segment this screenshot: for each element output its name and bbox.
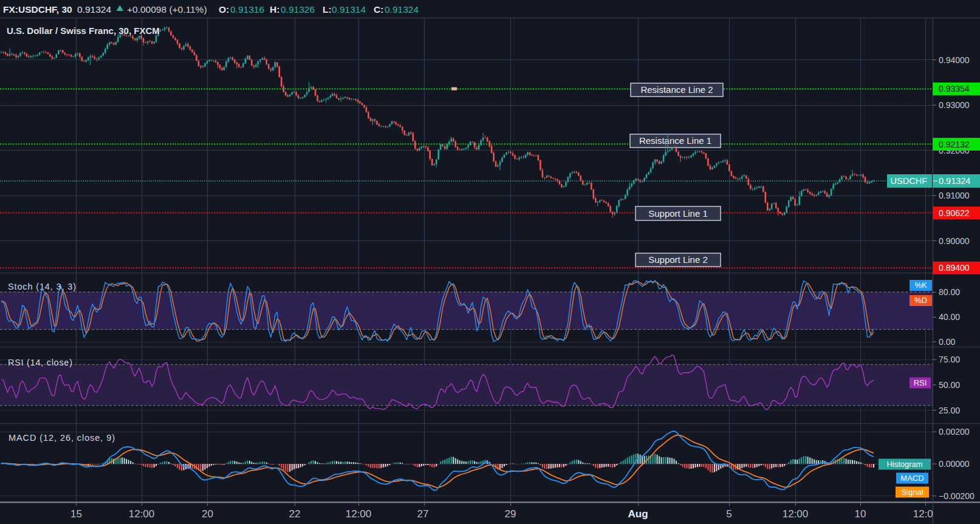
- svg-text:0.90622: 0.90622: [939, 208, 970, 218]
- svg-text:0.91314: 0.91314: [332, 4, 366, 15]
- svg-text:0.92132: 0.92132: [939, 140, 970, 149]
- svg-text:%D: %D: [914, 296, 927, 305]
- svg-text:0.94000: 0.94000: [939, 55, 970, 65]
- svg-text:0.91316: 0.91316: [230, 4, 264, 15]
- svg-text:0.93354: 0.93354: [939, 84, 970, 94]
- svg-text:Support Line 2: Support Line 2: [648, 254, 708, 265]
- svg-text:Resistance Line 1: Resistance Line 1: [639, 135, 711, 146]
- svg-text:80.00: 80.00: [939, 287, 960, 297]
- svg-text:Resistance Line 2: Resistance Line 2: [640, 84, 713, 95]
- svg-text:0.89400: 0.89400: [939, 263, 970, 273]
- svg-text:29: 29: [505, 508, 516, 520]
- svg-text:RSI: RSI: [914, 378, 927, 387]
- svg-text:H:: H:: [270, 4, 279, 15]
- svg-text:C:: C:: [374, 4, 383, 15]
- svg-text:20: 20: [202, 508, 213, 520]
- svg-text:40.00: 40.00: [939, 312, 960, 322]
- svg-text:12:00: 12:00: [346, 508, 372, 520]
- svg-text:0.91000: 0.91000: [939, 191, 970, 200]
- svg-text:0.91324: 0.91324: [77, 4, 111, 15]
- svg-text:−0.00200: −0.00200: [939, 491, 975, 501]
- svg-text:Stoch (14, 3, 3): Stoch (14, 3, 3): [8, 282, 76, 291]
- svg-text:27: 27: [417, 508, 429, 520]
- svg-text:0.00000: 0.00000: [939, 459, 970, 469]
- svg-text:75.00: 75.00: [939, 355, 960, 364]
- svg-text:0.90000: 0.90000: [939, 236, 970, 246]
- svg-text:USDCHF: USDCHF: [891, 176, 928, 186]
- svg-text:Aug: Aug: [628, 508, 648, 520]
- svg-text:%K: %K: [914, 281, 927, 290]
- svg-text:MACD: MACD: [900, 474, 923, 483]
- svg-text:25.00: 25.00: [939, 406, 960, 415]
- svg-text:5: 5: [726, 508, 732, 520]
- svg-text:U.S. Dollar / Swiss Franc, 30,: U.S. Dollar / Swiss Franc, 30, FXCM: [7, 26, 160, 36]
- svg-text:Support Line 1: Support Line 1: [648, 208, 708, 219]
- svg-text:0.91326: 0.91326: [281, 4, 315, 15]
- svg-text:Signal: Signal: [901, 488, 923, 497]
- svg-text:FX:USDCHF, 30: FX:USDCHF, 30: [3, 4, 72, 15]
- svg-text:L:: L:: [323, 4, 332, 15]
- svg-text:0.91324: 0.91324: [385, 4, 419, 15]
- svg-text:+0.00098 (+0.11%): +0.00098 (+0.11%): [127, 4, 207, 15]
- svg-text:50.00: 50.00: [939, 380, 960, 390]
- svg-text:12:00: 12:00: [129, 508, 155, 520]
- svg-text:0.00: 0.00: [939, 337, 955, 347]
- svg-text:O:: O:: [219, 4, 229, 15]
- svg-text:Histogram: Histogram: [886, 460, 922, 469]
- svg-text:0.00200: 0.00200: [939, 427, 970, 437]
- svg-text:22: 22: [289, 508, 301, 520]
- svg-text:10: 10: [855, 508, 866, 520]
- svg-text:RSI (14, close): RSI (14, close): [8, 358, 72, 367]
- svg-text:0.91324: 0.91324: [939, 176, 970, 186]
- svg-text:0.93000: 0.93000: [939, 100, 970, 110]
- svg-text:MACD (12, 26, close, 9): MACD (12, 26, close, 9): [9, 433, 115, 443]
- svg-text:15: 15: [70, 508, 82, 520]
- svg-text:12:00: 12:00: [783, 508, 809, 520]
